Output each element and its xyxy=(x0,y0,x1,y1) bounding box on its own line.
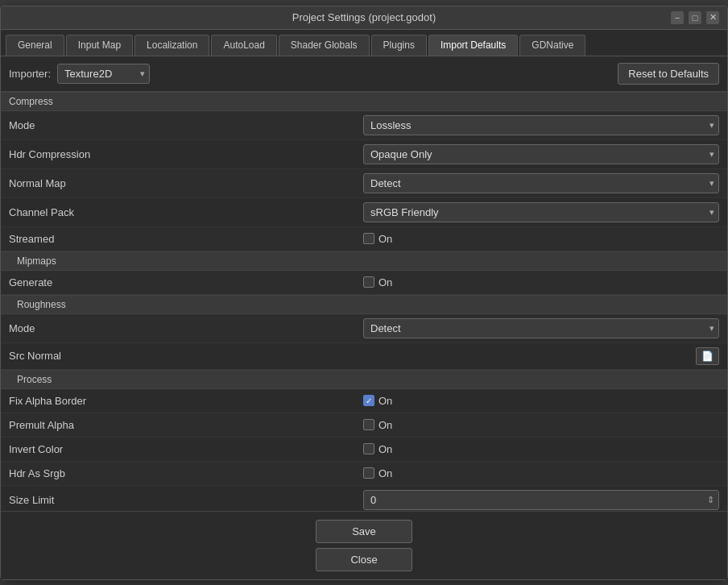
mode-roughness-select[interactable]: Detect Red Green Blue Alpha Gray xyxy=(363,318,719,338)
tab-gdnative[interactable]: GDNative xyxy=(519,35,585,56)
channel-pack-select[interactable]: sRGB Friendly Optimized xyxy=(363,202,719,222)
setting-value-generate: On xyxy=(363,276,719,288)
premult-alpha-toggle-label: On xyxy=(378,419,392,431)
streamed-checkbox[interactable] xyxy=(363,233,374,244)
hdr-compression-wrapper: Disabled Opaque Only Always xyxy=(363,144,719,164)
setting-label-normal-map: Normal Map xyxy=(9,177,363,189)
setting-label-hdr-as-srgb: Hdr As Srgb xyxy=(9,467,363,479)
mode-roughness-wrapper: Detect Red Green Blue Alpha Gray xyxy=(363,318,719,338)
fix-alpha-border-toggle-label: On xyxy=(378,395,392,407)
premult-alpha-toggle-wrap: On xyxy=(363,419,392,431)
setting-label-src-normal: Src Normal xyxy=(9,350,363,362)
setting-value-normal-map: Detect Enable Disabled xyxy=(363,173,719,193)
setting-value-size-limit xyxy=(363,490,719,510)
reset-to-defaults-button[interactable]: Reset to Defaults xyxy=(618,63,719,85)
generate-checkbox[interactable] xyxy=(363,276,374,288)
setting-row-invert-color: Invert Color On xyxy=(1,438,727,462)
size-limit-input[interactable] xyxy=(363,490,719,510)
setting-value-mode: Lossless Lossy VRAM Compressed VRAM Unco… xyxy=(363,115,719,135)
streamed-toggle-wrap: On xyxy=(363,233,392,245)
setting-row-streamed: Streamed On xyxy=(1,227,727,251)
generate-toggle-wrap: On xyxy=(363,276,392,288)
mode-compress-select[interactable]: Lossless Lossy VRAM Compressed VRAM Unco… xyxy=(363,115,719,135)
size-limit-number-wrapper xyxy=(363,490,719,510)
setting-value-src-normal: 📄 xyxy=(363,347,719,365)
setting-value-fix-alpha-border: On xyxy=(363,395,719,407)
setting-row-size-limit: Size Limit xyxy=(1,486,727,511)
tab-general[interactable]: General xyxy=(6,35,64,56)
section-mipmaps-header: Mipmaps xyxy=(1,251,727,271)
setting-row-hdr-as-srgb: Hdr As Srgb On xyxy=(1,462,727,486)
setting-row-generate: Generate On xyxy=(1,271,727,295)
setting-label-size-limit: Size Limit xyxy=(9,494,363,506)
setting-value-hdr-compression: Disabled Opaque Only Always xyxy=(363,144,719,164)
setting-row-mode-roughness: Mode Detect Red Green Blue Alpha Gray xyxy=(1,314,727,343)
setting-row-src-normal: Src Normal 📄 xyxy=(1,343,727,370)
tab-plugins[interactable]: Plugins xyxy=(371,35,427,56)
setting-row-channel-pack: Channel Pack sRGB Friendly Optimized xyxy=(1,198,727,227)
setting-label-premult-alpha: Premult Alpha xyxy=(9,419,363,431)
invert-color-checkbox[interactable] xyxy=(363,443,374,454)
setting-label-mode-roughness: Mode xyxy=(9,322,363,334)
invert-color-toggle-label: On xyxy=(378,443,392,455)
hdr-as-srgb-toggle-wrap: On xyxy=(363,467,392,479)
invert-color-toggle-wrap: On xyxy=(363,443,392,455)
premult-alpha-checkbox[interactable] xyxy=(363,419,374,430)
setting-row-hdr-compression: Hdr Compression Disabled Opaque Only Alw… xyxy=(1,140,727,169)
tab-input-map[interactable]: Input Map xyxy=(66,35,133,56)
section-roughness-header: Roughness xyxy=(1,295,727,314)
tab-bar: General Input Map Localization AutoLoad … xyxy=(1,30,727,56)
streamed-toggle-label: On xyxy=(378,233,392,245)
hdr-compression-select[interactable]: Disabled Opaque Only Always xyxy=(363,144,719,164)
hdr-as-srgb-checkbox[interactable] xyxy=(363,467,374,479)
minimize-button[interactable]: − xyxy=(671,11,684,24)
generate-toggle-label: On xyxy=(378,276,392,288)
footer: Save Close xyxy=(1,511,727,579)
fix-alpha-border-checkbox[interactable] xyxy=(363,395,374,406)
setting-value-hdr-as-srgb: On xyxy=(363,467,719,479)
setting-row-mode-compress: Mode Lossless Lossy VRAM Compressed VRAM… xyxy=(1,111,727,140)
fix-alpha-border-toggle-wrap: On xyxy=(363,395,392,407)
setting-label-mode: Mode xyxy=(9,119,363,131)
tab-localization[interactable]: Localization xyxy=(134,35,209,56)
setting-row-fix-alpha-border: Fix Alpha Border On xyxy=(1,389,727,413)
titlebar: Project Settings (project.godot) − □ ✕ xyxy=(1,6,727,30)
importer-select[interactable]: Texture2D AudioStream PackedScene xyxy=(57,64,150,84)
toolbar: Importer: Texture2D AudioStream PackedSc… xyxy=(1,56,727,92)
settings-content: Compress Mode Lossless Lossy VRAM Compre… xyxy=(1,92,727,511)
window-controls: − □ ✕ xyxy=(671,11,719,24)
channel-pack-wrapper: sRGB Friendly Optimized xyxy=(363,202,719,222)
setting-row-premult-alpha: Premult Alpha On xyxy=(1,413,727,438)
save-button[interactable]: Save xyxy=(316,520,412,543)
setting-value-premult-alpha: On xyxy=(363,419,719,431)
tab-autoload[interactable]: AutoLoad xyxy=(211,35,276,56)
close-button[interactable]: ✕ xyxy=(706,11,719,24)
setting-label-invert-color: Invert Color xyxy=(9,443,363,455)
setting-row-normal-map: Normal Map Detect Enable Disabled xyxy=(1,169,727,198)
close-button[interactable]: Close xyxy=(316,548,412,571)
window-title: Project Settings (project.godot) xyxy=(57,11,671,23)
setting-label-streamed: Streamed xyxy=(9,233,363,245)
normal-map-select[interactable]: Detect Enable Disabled xyxy=(363,173,719,193)
setting-value-channel-pack: sRGB Friendly Optimized xyxy=(363,202,719,222)
setting-label-generate: Generate xyxy=(9,276,363,288)
tab-shader-globals[interactable]: Shader Globals xyxy=(279,35,370,56)
hdr-as-srgb-toggle-label: On xyxy=(378,467,392,479)
normal-map-wrapper: Detect Enable Disabled xyxy=(363,173,719,193)
importer-row: Importer: Texture2D AudioStream PackedSc… xyxy=(9,64,150,84)
section-process-header: Process xyxy=(1,370,727,389)
tab-import-defaults[interactable]: Import Defaults xyxy=(428,35,518,56)
setting-value-mode-roughness: Detect Red Green Blue Alpha Gray xyxy=(363,318,719,338)
setting-label-fix-alpha-border: Fix Alpha Border xyxy=(9,395,363,407)
src-normal-file-button[interactable]: 📄 xyxy=(696,347,719,365)
importer-label: Importer: xyxy=(9,68,51,80)
project-settings-window: Project Settings (project.godot) − □ ✕ G… xyxy=(0,6,728,580)
mode-dropdown-wrapper: Lossless Lossy VRAM Compressed VRAM Unco… xyxy=(363,115,719,135)
setting-label-channel-pack: Channel Pack xyxy=(9,206,363,218)
setting-value-streamed: On xyxy=(363,233,719,245)
setting-value-invert-color: On xyxy=(363,443,719,455)
setting-label-hdr-compression: Hdr Compression xyxy=(9,148,363,160)
maximize-button[interactable]: □ xyxy=(689,11,701,24)
importer-select-wrapper: Texture2D AudioStream PackedScene xyxy=(57,64,150,84)
section-compress-header: Compress xyxy=(1,92,727,111)
